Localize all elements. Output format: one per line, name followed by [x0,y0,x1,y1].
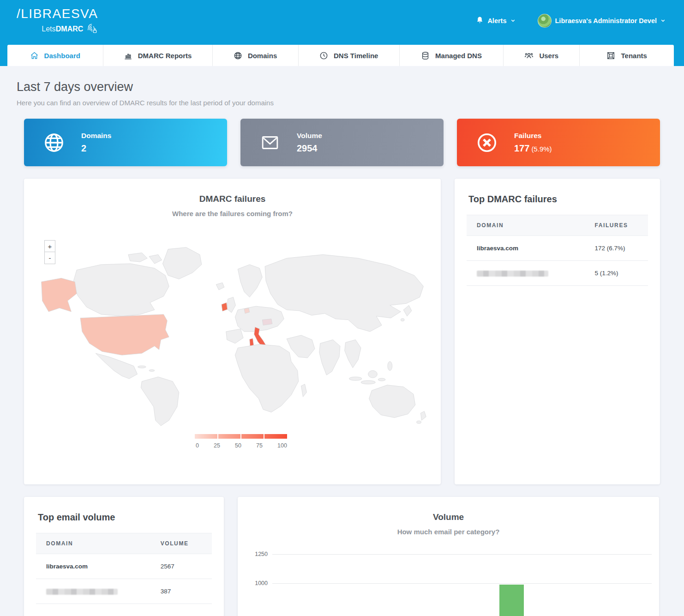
top-failures-title: Top DMARC failures [455,179,660,205]
gridline: 1000 [272,583,652,584]
users-icon [524,51,534,60]
database-icon [421,51,430,60]
libraesva-logo: /LIBRAESVA LetsDMARC [17,6,98,36]
stat-card-failures[interactable]: Failures177(5.9%) [457,119,660,166]
tab-label: Users [539,52,558,60]
tab-label: Domains [248,52,277,60]
tab-label: Tenants [621,52,647,60]
top-failures-table: DOMAINFAILURESlibraesva.com172 (6.7%)5 (… [467,215,648,286]
user-name: Libraesva's Administrator Devel [555,17,657,24]
column-header: FAILURES [584,215,648,236]
tab-dns-timeline[interactable]: DNS Timeline [298,45,399,66]
top-dmarc-failures-card: Top DMARC failures DOMAINFAILURESlibraes… [455,179,660,484]
table-row[interactable]: libraesva.com172 (6.7%) [467,236,648,261]
column-header: DOMAIN [36,533,150,554]
volume-chart-title: Volume [238,497,659,522]
legend-tick: 75 [256,442,263,449]
tab-domains[interactable]: Domains [212,45,298,66]
stats-row: Domains2Volume2954Failures177(5.9%) [24,119,660,166]
table-row[interactable]: 5 (1.2%) [467,261,648,286]
globe-icon [43,132,65,153]
stat-value: 2954 [297,143,318,153]
logo-text: /LIBRAESVA [17,6,98,21]
fingerprint-icon [86,22,98,36]
column-header: DOMAIN [467,215,584,236]
legend-gradient-bar [195,434,287,439]
volume-bar[interactable] [499,585,524,616]
legend-tick: 25 [214,442,220,449]
app-header: /LIBRAESVA LetsDMARC Alerts Libra [0,0,684,66]
stat-label: Volume [297,132,322,140]
map-zoom-out-button[interactable]: - [44,252,55,264]
stat-extra: (5.9%) [531,145,552,153]
chevron-down-icon [660,17,666,24]
legend-tick: 100 [277,442,287,449]
gridline: 1250 [272,554,652,555]
main-nav: DashboardDMARC ReportsDomainsDNS Timelin… [7,45,674,66]
reports-icon [124,51,132,60]
table-row[interactable]: libraesva.com2567 [36,554,212,579]
logo-sub-text: LetsDMARC [42,25,84,33]
alerts-button[interactable]: Alerts [476,16,515,25]
column-header: VOLUME [150,533,212,554]
tab-managed-dns[interactable]: Managed DNS [399,45,503,66]
redacted-domain [46,589,118,595]
top-email-volume-card: Top email volume DOMAINVOLUMElibraesva.c… [24,497,224,616]
tab-label: Managed DNS [435,52,482,60]
top-volume-table: DOMAINVOLUMElibraesva.com2567387 [36,533,212,604]
avatar [538,14,552,28]
page-title: Last 7 days overview [17,80,660,94]
tab-label: DNS Timeline [334,52,378,60]
chevron-down-icon [510,17,516,24]
bell-icon [476,16,484,25]
home-icon [30,51,39,60]
tab-label: DMARC Reports [138,52,192,60]
stat-value: 2 [81,143,86,153]
map-color-legend: 0255075100 [195,434,287,449]
table-row[interactable]: 387 [36,579,212,604]
stat-card-domains[interactable]: Domains2 [24,119,227,166]
volume-bar-chart: 12501000 [272,550,652,616]
clock-icon [319,51,328,60]
y-axis-tick-label: 1000 [255,580,268,586]
stat-value: 177 [514,143,529,153]
tab-users[interactable]: Users [503,45,579,66]
tab-dashboard[interactable]: Dashboard [7,45,103,66]
redacted-domain [477,271,548,277]
tenants-icon [606,51,615,60]
user-menu[interactable]: Libraesva's Administrator Devel [538,14,666,28]
legend-tick: 50 [235,442,241,449]
top-volume-title: Top email volume [24,497,224,523]
map-card-title: DMARC failures [24,179,441,204]
page-subtitle: Here you can find an overview of DMARC r… [17,99,660,107]
stat-card-volume[interactable]: Volume2954 [240,119,444,166]
xcircle-icon [476,132,498,153]
legend-tick: 0 [196,442,199,449]
dashboard-content: Last 7 days overview Here you can find a… [0,80,684,616]
world-map[interactable]: + - [33,236,432,430]
legend-ticks: 0255075100 [195,442,287,449]
map-card-subtitle: Where are the failures coming from? [24,210,441,217]
tab-label: Dashboard [44,52,80,60]
dmarc-failures-map-card: DMARC failures Where are the failures co… [24,179,441,484]
tab-tenants[interactable]: Tenants [579,45,674,66]
envelope-icon [260,133,280,152]
volume-chart-subtitle: How much email per category? [238,528,659,536]
choropleth-map-svg [33,236,432,430]
map-zoom-in-button[interactable]: + [44,240,55,252]
stat-label: Failures [514,132,552,140]
volume-chart-card: Volume How much email per category? 1250… [238,497,659,616]
y-axis-tick-label: 1250 [255,551,268,557]
stat-label: Domains [81,132,111,140]
globe-icon [234,51,242,60]
tab-dmarc-reports[interactable]: DMARC Reports [103,45,212,66]
alerts-label: Alerts [487,17,506,24]
